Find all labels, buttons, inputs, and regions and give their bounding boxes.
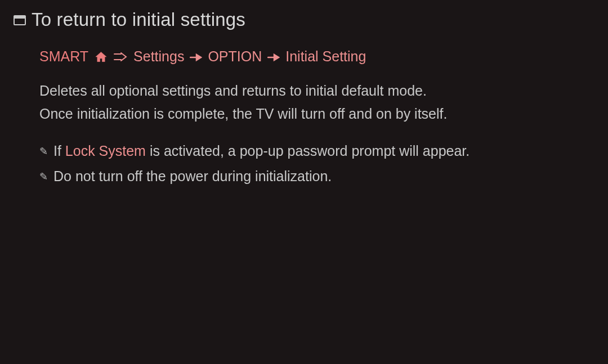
description-line1: Deletes all optional settings and return… [39, 79, 594, 102]
notes-list: ✎ If Lock System is activated, a pop-up … [39, 143, 594, 185]
note-bullet-icon: ✎ [39, 145, 48, 158]
home-icon [95, 51, 108, 63]
note-text: Do not turn off the power during initial… [53, 168, 332, 185]
note-item: ✎ Do not turn off the power during initi… [39, 168, 594, 185]
breadcrumb: SMART Settings OPTION Initial Setting [39, 48, 594, 65]
note-text: If Lock System is activated, a pop-up pa… [53, 143, 470, 159]
breadcrumb-settings: Settings [133, 48, 184, 65]
breadcrumb-smart: SMART [39, 48, 88, 65]
arrow-right-icon [190, 49, 202, 65]
window-icon [14, 15, 26, 25]
breadcrumb-initial-setting: Initial Setting [285, 48, 366, 65]
lock-system-text: Lock System [65, 143, 146, 159]
arrow-right-open-icon [113, 49, 128, 65]
page-title: To return to initial settings [32, 9, 245, 30]
description-text: Deletes all optional settings and return… [39, 79, 594, 126]
help-page-container: To return to initial settings SMART Sett… [0, 0, 608, 203]
title-row: To return to initial settings [14, 9, 594, 30]
note1-prefix: If [53, 143, 65, 159]
description-line2: Once initialization is complete, the TV … [39, 102, 594, 125]
note-bullet-icon: ✎ [39, 170, 48, 183]
arrow-right-icon [267, 49, 280, 65]
note1-suffix: is activated, a pop-up password prompt w… [146, 143, 470, 159]
note-item: ✎ If Lock System is activated, a pop-up … [39, 143, 594, 159]
breadcrumb-option: OPTION [208, 48, 262, 65]
